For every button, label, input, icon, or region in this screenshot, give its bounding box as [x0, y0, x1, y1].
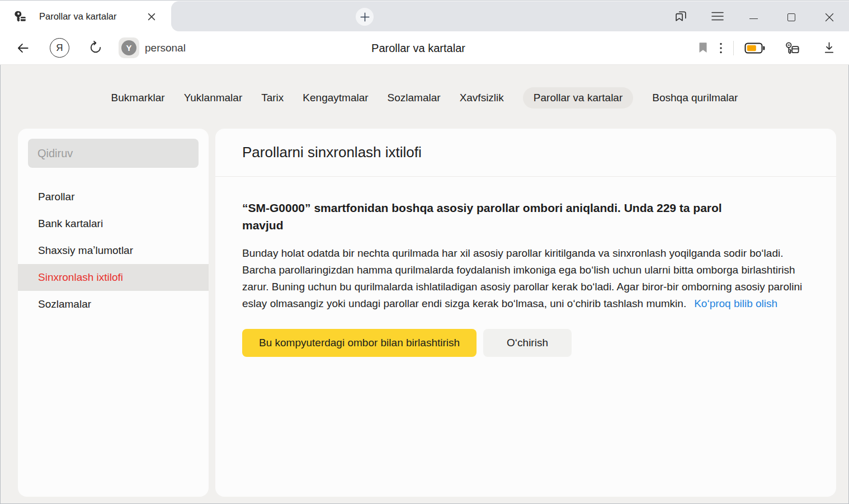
sidebar-item-sync-conflict[interactable]: Sinxronlash ixtilofi	[18, 264, 209, 291]
passwords-favicon-icon	[13, 10, 27, 23]
tab-strip: Parollar va kartalar	[0, 0, 849, 31]
panel-header: Parollarni sinxronlash ixtilofi	[215, 129, 836, 177]
nav-item-settings[interactable]: Sozlamalar	[388, 87, 441, 109]
close-icon	[825, 13, 834, 22]
back-arrow-icon	[16, 41, 30, 55]
sidebar-menu-button[interactable]	[711, 12, 724, 21]
reload-icon	[88, 40, 103, 55]
kebab-menu-icon	[719, 43, 723, 54]
sidebar-item-passwords[interactable]: Parollar	[18, 183, 209, 210]
delete-storage-button[interactable]: Oʻchirish	[483, 329, 572, 357]
back-button[interactable]	[16, 41, 30, 55]
yandex-logo-icon: Я	[50, 38, 69, 58]
plus-icon	[360, 12, 370, 22]
nav-item-other-devices[interactable]: Boshqa qurilmalar	[652, 87, 738, 109]
profile-avatar-icon: Y	[121, 40, 136, 55]
panel-body: “SM-G0000” smartfonidan boshqa asosiy pa…	[215, 177, 836, 357]
sidebar-item-personal-data[interactable]: Shaxsiy maʼlumotlar	[18, 237, 209, 264]
minimize-icon	[749, 18, 758, 19]
action-buttons: Bu kompyuterdagi ombor bilan birlashtiri…	[242, 329, 813, 357]
bookmarks-panel-icon	[675, 10, 688, 23]
nav-item-downloads[interactable]: Yuklanmalar	[184, 87, 243, 109]
merge-storage-button[interactable]: Bu kompyuterdagi ombor bilan birlashtiri…	[242, 329, 477, 357]
bookmark-button[interactable]	[696, 41, 710, 54]
key-card-icon	[784, 41, 800, 55]
conflict-paragraph-1: Bunday holat odatda bir nechta qurilmada…	[242, 247, 783, 259]
sidebar-item-label: Parollar	[38, 191, 74, 203]
page-title: Parollar va kartalar	[371, 31, 465, 65]
profile-name-label[interactable]: personal	[145, 31, 186, 65]
maximize-icon	[787, 13, 795, 21]
window-close-button[interactable]	[825, 13, 834, 22]
tab-title: Parollar va kartalar	[39, 1, 116, 32]
panel-title: Parollarni sinxronlash ixtilofi	[242, 144, 422, 161]
sidebar-item-settings[interactable]: Sozlamalar	[18, 291, 209, 318]
sidebar-search-input[interactable]	[28, 139, 199, 168]
sidebar-item-label: Shaxsiy maʼlumotlar	[38, 244, 133, 257]
sidebar-list: Parollar Bank kartalari Shaxsiy maʼlumot…	[18, 183, 209, 318]
learn-more-link[interactable]: Koʻproq bilib olish	[694, 298, 777, 309]
sync-conflict-panel: Parollarni sinxronlash ixtilofi “SM-G000…	[215, 129, 836, 497]
tab-strip-background	[171, 1, 849, 31]
nav-item-security[interactable]: Xavfsizlik	[460, 87, 504, 109]
yandex-home-button[interactable]: Я	[50, 38, 69, 58]
sidebar-item-label: Sinxronlash ixtilofi	[38, 271, 123, 284]
downloads-button[interactable]	[822, 41, 836, 55]
window-minimize-button[interactable]	[749, 18, 758, 19]
reload-button[interactable]	[88, 40, 103, 55]
bookmark-icon	[696, 41, 710, 54]
toolbar-divider	[733, 41, 734, 55]
bookmarks-panel-button[interactable]	[675, 10, 688, 23]
more-options-button[interactable]	[719, 43, 723, 54]
browser-tab[interactable]: Parollar va kartalar	[8, 1, 171, 32]
browser-window: Parollar va kartalar	[0, 0, 849, 504]
hamburger-icon	[711, 12, 724, 21]
profile-badge[interactable]: Y	[119, 37, 139, 58]
settings-nav: Bukmarklar Yuklanmalar Tarix Kengaytmala…	[0, 85, 849, 111]
battery-button[interactable]	[744, 41, 766, 55]
battery-icon	[744, 41, 766, 55]
window-maximize-button[interactable]	[787, 13, 795, 21]
sidebar-item-label: Bank kartalari	[38, 218, 103, 230]
nav-item-bookmarks[interactable]: Bukmarklar	[111, 87, 165, 109]
tab-close-icon[interactable]	[148, 13, 155, 21]
sidebar-search	[28, 139, 199, 168]
password-manager-button[interactable]	[784, 41, 800, 55]
new-tab-button[interactable]	[356, 8, 374, 26]
nav-item-extensions[interactable]: Kengaytmalar	[303, 87, 368, 109]
nav-item-history[interactable]: Tarix	[261, 87, 284, 109]
sidebar-item-bank-cards[interactable]: Bank kartalari	[18, 210, 209, 237]
conflict-heading: “SM-G0000” smartfonidan boshqa asosiy pa…	[242, 199, 762, 234]
conflict-description: Bunday holat odatda bir nechta qurilmada…	[242, 245, 804, 312]
nav-item-passwords-active[interactable]: Parollar va kartalar	[523, 87, 633, 109]
browser-toolbar: Я Y personal Parollar va kartalar	[0, 31, 849, 65]
passwords-sidebar: Parollar Bank kartalari Shaxsiy maʼlumot…	[18, 129, 209, 497]
sidebar-item-label: Sozlamalar	[38, 298, 91, 310]
download-icon	[822, 41, 836, 55]
